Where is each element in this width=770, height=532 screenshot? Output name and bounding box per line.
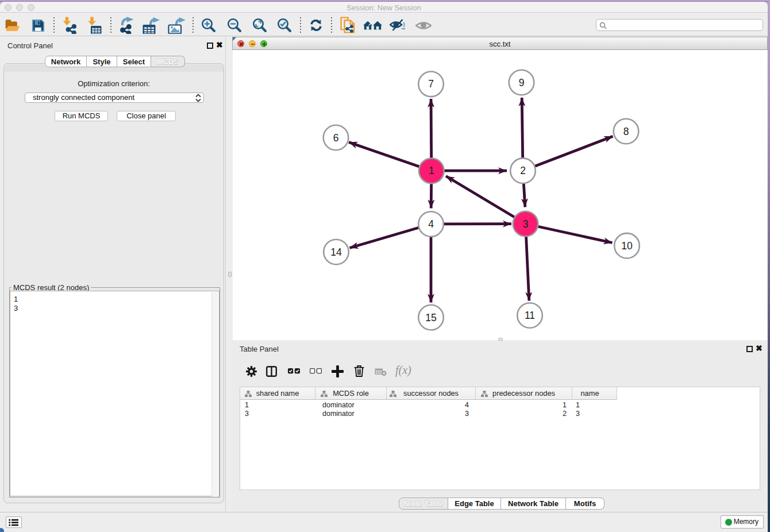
svg-text:3: 3	[523, 218, 529, 230]
svg-text:6: 6	[333, 132, 339, 144]
svg-text:9: 9	[519, 77, 525, 88]
svg-text:8: 8	[623, 126, 629, 137]
svg-text:1: 1	[429, 165, 434, 176]
svg-text:10: 10	[621, 240, 633, 252]
svg-text:2: 2	[520, 165, 526, 176]
svg-text:4: 4	[428, 218, 434, 230]
svg-text:11: 11	[525, 310, 535, 321]
svg-text:14: 14	[330, 246, 342, 258]
svg-text:7: 7	[428, 78, 434, 90]
svg-text:15: 15	[425, 312, 436, 323]
